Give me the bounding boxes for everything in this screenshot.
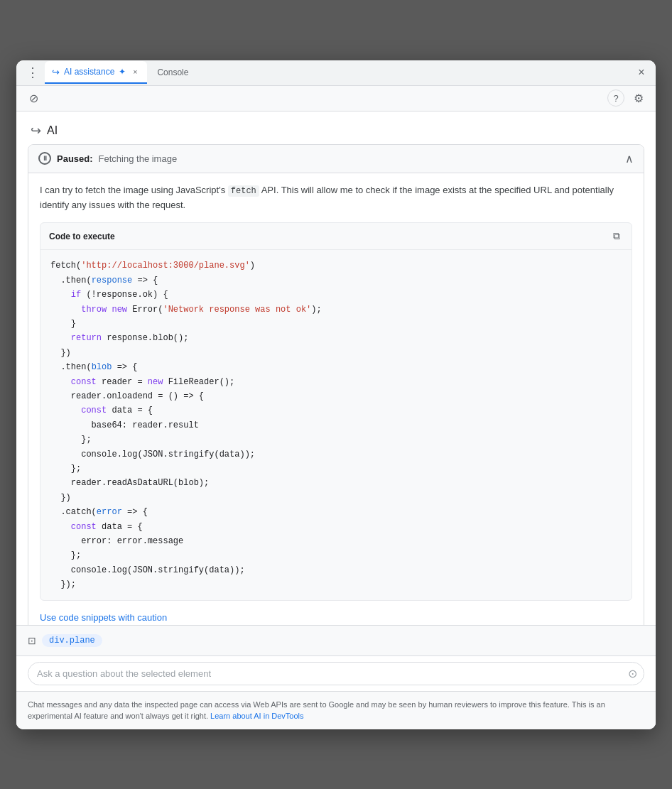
selected-element: ⊡ div.plane	[16, 625, 656, 655]
element-tag: div.plane	[42, 634, 102, 647]
console-tab-label: Console	[157, 67, 188, 77]
footer-text: Chat messages and any data the inspected…	[28, 700, 605, 721]
send-icon[interactable]: ⊙	[628, 667, 637, 680]
block-icon[interactable]: ⊘	[25, 89, 42, 107]
tab-ai-assistance[interactable]: ↪ AI assistance ✦ ×	[45, 61, 147, 84]
paused-subtitle: Fetching the image	[99, 153, 178, 164]
main-content: ↪ AI ⏸ Paused: Fetching the image	[16, 111, 656, 729]
description-before: I can try to fetch the image using JavaS…	[40, 185, 228, 195]
paused-pause-symbol: ⏸	[42, 155, 48, 162]
help-icon[interactable]: ?	[607, 89, 624, 107]
block-symbol: ⊘	[29, 92, 38, 105]
footer-disclaimer: Chat messages and any data the inspected…	[16, 691, 656, 729]
ai-header-icon: ↪	[31, 123, 41, 138]
paused-header-left: ⏸ Paused: Fetching the image	[38, 152, 177, 165]
input-wrapper: ⊙	[28, 662, 644, 685]
tab-bar: ⋮ ↪ AI assistance ✦ × Console ×	[16, 60, 656, 86]
ai-header-title: AI	[47, 124, 58, 137]
toolbar: ⊘ ? ⚙	[16, 86, 656, 111]
code-block: Code to execute ⧉ fetch('http://localhos…	[40, 222, 632, 601]
devtools-window: ⋮ ↪ AI assistance ✦ × Console × ⊘ ? ⚙ ↪	[16, 60, 656, 729]
ai-tab-label: AI assistance	[64, 67, 114, 77]
paused-header: ⏸ Paused: Fetching the image ∧	[28, 145, 644, 173]
code-content: fetch('http://localhost:3000/plane.svg')…	[40, 250, 632, 600]
footer-link[interactable]: Learn about AI in DevTools	[210, 712, 303, 720]
copy-icon[interactable]: ⧉	[610, 229, 623, 244]
ai-tab-sparkle: ✦	[119, 67, 126, 77]
tab-console[interactable]: Console	[150, 61, 195, 84]
ai-tab-close[interactable]: ×	[130, 67, 140, 77]
chat-input[interactable]	[28, 662, 644, 685]
settings-icon[interactable]: ⚙	[630, 89, 647, 107]
settings-symbol: ⚙	[634, 92, 644, 105]
paused-label: Paused:	[57, 153, 93, 164]
ai-panel: ↪ AI ⏸ Paused: Fetching the image	[16, 111, 656, 729]
paused-icon: ⏸	[38, 152, 51, 165]
help-symbol: ?	[613, 93, 618, 104]
code-block-header: Code to execute ⧉	[40, 223, 632, 250]
collapse-icon[interactable]: ∧	[625, 152, 634, 165]
ai-tab-icon: ↪	[52, 67, 60, 77]
caution-link[interactable]: Use code snippets with caution	[40, 612, 167, 623]
paused-body: I can try to fetch the image using JavaS…	[28, 173, 644, 625]
description-inline-code: fetch	[228, 185, 259, 197]
paused-card: ⏸ Paused: Fetching the image ∧ I can try…	[28, 144, 644, 625]
devtools-close-button[interactable]: ×	[633, 64, 650, 81]
code-block-title: Code to execute	[49, 232, 115, 241]
paused-description: I can try to fetch the image using JavaS…	[40, 183, 632, 213]
ai-header: ↪ AI	[16, 111, 656, 144]
input-area: ⊙	[16, 655, 656, 691]
menu-dots-icon[interactable]: ⋮	[22, 62, 42, 83]
chat-messages[interactable]: ⏸ Paused: Fetching the image ∧ I can try…	[16, 144, 656, 625]
element-selector-icon: ⊡	[28, 635, 36, 646]
